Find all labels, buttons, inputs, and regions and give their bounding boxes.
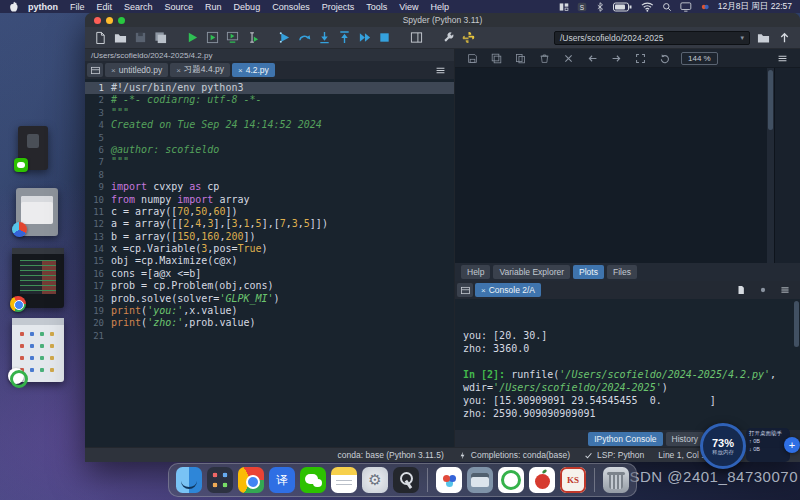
run-cell-icon[interactable] [205, 30, 220, 45]
display-icon[interactable] [680, 2, 692, 12]
bottom-tab-history[interactable]: History [666, 432, 704, 446]
close-console-icon[interactable]: × [481, 286, 486, 295]
close-x-icon[interactable] [561, 51, 576, 66]
save-all-plots-icon[interactable] [489, 51, 504, 66]
panes-icon[interactable] [409, 30, 424, 45]
active-app-name[interactable]: python [28, 2, 58, 12]
arrow-right-icon[interactable] [609, 51, 624, 66]
dock-icon-sunlogin[interactable] [436, 467, 462, 493]
open-folder-icon[interactable] [113, 30, 128, 45]
copy-plot-icon[interactable] [513, 51, 528, 66]
pane-tab-plots[interactable]: Plots [573, 265, 604, 279]
code-line-6[interactable]: 6@author: scofieldo [85, 144, 454, 156]
code-line-21[interactable]: 21 [85, 330, 454, 342]
code-line-4[interactable]: 4Created on Tue Sep 24 14:14:52 2024 [85, 119, 454, 131]
apple-menu-icon[interactable] [8, 1, 18, 12]
menu-clock[interactable]: 12月8日 周日 22:57 [718, 1, 792, 13]
plots-zoom-level[interactable]: 144 % [681, 52, 718, 65]
code-line-1[interactable]: 1#!/usr/bin/env python3 [85, 82, 454, 94]
menu-item-source[interactable]: Source [165, 2, 194, 12]
code-editor[interactable]: 1#!/usr/bin/env python32# -*- codiarng: … [85, 79, 454, 447]
plots-options-menu-icon[interactable] [775, 51, 790, 66]
battery-icon[interactable] [613, 2, 633, 12]
tiles-icon[interactable] [559, 2, 569, 12]
completions-status[interactable]: Completions: conda(base) [458, 450, 570, 460]
menu-item-file[interactable]: File [70, 2, 85, 12]
bottom-tab-ipython-console[interactable]: IPython Console [588, 432, 662, 446]
plots-thumbnail-column[interactable] [774, 68, 800, 263]
menu-item-run[interactable]: Run [205, 2, 222, 12]
dock-icon-chrome[interactable] [238, 467, 264, 493]
editor-tab-习题4.4.py[interactable]: ×习题4.4.py [170, 63, 230, 77]
working-directory-selector[interactable]: /Users/scofieldo/2024-2025 ▾ [554, 31, 750, 45]
save-icon[interactable] [133, 30, 148, 45]
pane-tab-files[interactable]: Files [607, 265, 637, 279]
stop-icon[interactable] [377, 30, 392, 45]
hamburger-icon[interactable] [777, 283, 792, 298]
code-line-7[interactable]: 7""" [85, 156, 454, 168]
code-line-18[interactable]: 18prob.solve(solver='GLPK_MI') [85, 293, 454, 305]
fit-icon[interactable] [633, 51, 648, 66]
pane-tab-variable-explorer[interactable]: Variable Explorer [493, 265, 570, 279]
close-tab-icon[interactable]: × [238, 66, 243, 75]
dock-icon-translate[interactable]: 译 [269, 467, 295, 493]
recording-dot-icon[interactable] [700, 2, 710, 12]
code-line-3[interactable]: 3""" [85, 107, 454, 119]
dock-icon-trash[interactable] [603, 467, 629, 493]
dock-icon-launchpad[interactable] [207, 467, 233, 493]
hamburger-icon[interactable] [433, 63, 448, 78]
step-into-icon[interactable] [317, 30, 332, 45]
code-line-14[interactable]: 14x =cp.Variable(3,pos=True) [85, 243, 454, 255]
memory-percent-ring[interactable]: 73% 释放内存 [700, 423, 746, 469]
browse-tabs-icon[interactable] [87, 63, 103, 77]
code-line-20[interactable]: 20print('zho:',prob.value) [85, 317, 454, 329]
plots-canvas[interactable] [455, 68, 767, 263]
code-line-16[interactable]: 16cons =[a@x <=b] [85, 268, 454, 280]
up-arrow-icon[interactable] [777, 30, 792, 45]
menu-item-search[interactable]: Search [124, 2, 153, 12]
menu-item-help[interactable]: Help [431, 2, 450, 12]
search-icon[interactable] [662, 2, 672, 12]
dock-icon-finder[interactable] [176, 467, 202, 493]
editor-tab-4.2.py[interactable]: ×4.2.py [232, 63, 275, 77]
arrow-left-icon[interactable] [585, 51, 600, 66]
menu-item-edit[interactable]: Edit [97, 2, 113, 12]
dock-icon-preview-app[interactable] [467, 467, 493, 493]
run-icon[interactable] [185, 30, 200, 45]
undo-icon[interactable] [657, 51, 672, 66]
dock-icon-wechat[interactable] [300, 467, 326, 493]
dock-icon-green-ring-app[interactable] [498, 467, 524, 493]
dock-icon-notes[interactable] [331, 467, 357, 493]
code-line-12[interactable]: 12a = array([[2,4,3],[3,1,5],[7,3,5]]) [85, 218, 454, 230]
editor-tab-untitled0.py[interactable]: ×untitled0.py [105, 63, 168, 77]
browse-tabs-icon[interactable] [457, 283, 473, 297]
menu-item-projects[interactable]: Projects [322, 2, 355, 12]
plots-scrollbar[interactable] [767, 68, 774, 263]
menu-item-consoles[interactable]: Consoles [272, 2, 310, 12]
pyenv-icon[interactable] [461, 30, 476, 45]
code-line-13[interactable]: 13b = array([150,160,200]) [85, 231, 454, 243]
pause-dot-icon[interactable] [755, 283, 770, 298]
code-line-17[interactable]: 17prob = cp.Problem(obj,cons) [85, 280, 454, 292]
code-line-19[interactable]: 19print('you:',x.value) [85, 305, 454, 317]
folder-icon[interactable] [756, 30, 771, 45]
save-plot-icon[interactable] [465, 51, 480, 66]
new-file-icon[interactable] [93, 30, 108, 45]
code-line-11[interactable]: 11c = array([70,50,60]) [85, 206, 454, 218]
assistant-plus-button[interactable]: + [784, 437, 800, 453]
debug-icon[interactable] [277, 30, 292, 45]
s-app-icon[interactable]: S [577, 2, 587, 12]
run-selection-icon[interactable] [245, 30, 260, 45]
code-line-8[interactable]: 8 [85, 169, 454, 181]
wifi-icon[interactable] [641, 2, 654, 12]
conda-env-status[interactable]: conda: base (Python 3.11.5) [338, 450, 444, 460]
remove-plot-icon[interactable] [537, 51, 552, 66]
code-line-9[interactable]: 9import cvxpy as cp [85, 181, 454, 193]
code-line-15[interactable]: 15obj =cp.Maximize(c@x) [85, 255, 454, 267]
code-line-10[interactable]: 10from numpy import array [85, 194, 454, 206]
console-tab[interactable]: ×Console 2/A [475, 283, 541, 297]
dock-icon-keychain[interactable] [393, 467, 419, 493]
doc-icon[interactable] [733, 283, 748, 298]
title-bar[interactable]: Spyder (Python 3.11) [85, 13, 800, 27]
menu-item-tools[interactable]: Tools [366, 2, 387, 12]
